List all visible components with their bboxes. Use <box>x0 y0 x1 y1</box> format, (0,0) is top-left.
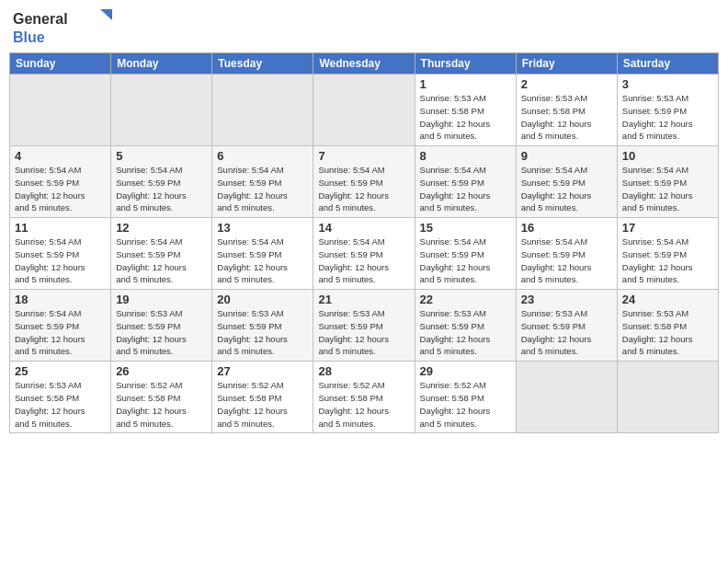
calendar-cell-day-8: 8Sunrise: 5:54 AM Sunset: 5:59 PM Daylig… <box>415 146 516 218</box>
calendar-cell-empty <box>617 362 718 433</box>
calendar-cell-day-28: 28Sunrise: 5:52 AM Sunset: 5:58 PM Dayli… <box>313 362 415 433</box>
day-number: 3 <box>622 77 713 91</box>
day-number: 16 <box>521 221 612 235</box>
day-number: 22 <box>420 293 511 306</box>
calendar-cell-day-1: 1Sunrise: 5:53 AM Sunset: 5:58 PM Daylig… <box>415 75 516 146</box>
day-number: 7 <box>318 149 409 163</box>
day-info: Sunrise: 5:52 AM Sunset: 5:58 PM Dayligh… <box>116 379 207 430</box>
day-info: Sunrise: 5:54 AM Sunset: 5:59 PM Dayligh… <box>420 236 511 286</box>
calendar-cell-empty <box>516 362 617 433</box>
calendar-cell-day-26: 26Sunrise: 5:52 AM Sunset: 5:58 PM Dayli… <box>111 362 212 433</box>
day-info: Sunrise: 5:54 AM Sunset: 5:59 PM Dayligh… <box>15 307 106 358</box>
calendar-cell-day-16: 16Sunrise: 5:54 AM Sunset: 5:59 PM Dayli… <box>516 218 617 290</box>
day-info: Sunrise: 5:54 AM Sunset: 5:59 PM Dayligh… <box>420 164 511 214</box>
day-number: 1 <box>420 77 511 91</box>
day-number: 10 <box>622 149 713 163</box>
day-number: 6 <box>217 149 308 163</box>
logo: General Blue <box>13 7 114 49</box>
day-info: Sunrise: 5:53 AM Sunset: 5:59 PM Dayligh… <box>217 307 308 358</box>
calendar-cell-day-20: 20Sunrise: 5:53 AM Sunset: 5:59 PM Dayli… <box>212 290 313 362</box>
day-info: Sunrise: 5:54 AM Sunset: 5:59 PM Dayligh… <box>217 236 308 286</box>
day-number: 5 <box>116 149 207 163</box>
calendar-cell-day-4: 4Sunrise: 5:54 AM Sunset: 5:59 PM Daylig… <box>10 146 111 218</box>
day-info: Sunrise: 5:53 AM Sunset: 5:59 PM Dayligh… <box>116 307 207 358</box>
day-number: 8 <box>420 149 511 163</box>
day-number: 18 <box>15 293 106 306</box>
weekday-header-friday: Friday <box>516 53 617 75</box>
day-info: Sunrise: 5:54 AM Sunset: 5:59 PM Dayligh… <box>116 164 207 214</box>
day-number: 24 <box>622 293 713 306</box>
weekday-header-monday: Monday <box>111 53 212 75</box>
calendar-cell-day-19: 19Sunrise: 5:53 AM Sunset: 5:59 PM Dayli… <box>111 290 212 362</box>
day-info: Sunrise: 5:54 AM Sunset: 5:59 PM Dayligh… <box>15 164 106 214</box>
calendar-cell-day-22: 22Sunrise: 5:53 AM Sunset: 5:59 PM Dayli… <box>415 290 516 362</box>
weekday-header-saturday: Saturday <box>617 53 718 75</box>
calendar-cell-empty <box>10 75 111 146</box>
day-number: 15 <box>420 221 511 235</box>
svg-marker-1 <box>100 9 112 20</box>
calendar-cell-day-27: 27Sunrise: 5:52 AM Sunset: 5:58 PM Dayli… <box>212 362 313 433</box>
day-number: 12 <box>116 221 207 235</box>
calendar-cell-day-18: 18Sunrise: 5:54 AM Sunset: 5:59 PM Dayli… <box>10 290 111 362</box>
calendar-cell-day-13: 13Sunrise: 5:54 AM Sunset: 5:59 PM Dayli… <box>212 218 313 290</box>
day-info: Sunrise: 5:53 AM Sunset: 5:59 PM Dayligh… <box>420 307 511 358</box>
calendar-cell-empty <box>111 75 212 146</box>
calendar-cell-day-12: 12Sunrise: 5:54 AM Sunset: 5:59 PM Dayli… <box>111 218 212 290</box>
calendar-cell-day-5: 5Sunrise: 5:54 AM Sunset: 5:59 PM Daylig… <box>111 146 212 218</box>
day-info: Sunrise: 5:52 AM Sunset: 5:58 PM Dayligh… <box>217 379 308 430</box>
day-number: 20 <box>217 293 308 306</box>
calendar-cell-day-15: 15Sunrise: 5:54 AM Sunset: 5:59 PM Dayli… <box>415 218 516 290</box>
calendar-row-4: 18Sunrise: 5:54 AM Sunset: 5:59 PM Dayli… <box>10 290 719 362</box>
day-info: Sunrise: 5:53 AM Sunset: 5:59 PM Dayligh… <box>521 307 612 358</box>
day-info: Sunrise: 5:54 AM Sunset: 5:59 PM Dayligh… <box>622 236 713 286</box>
calendar: SundayMondayTuesdayWednesdayThursdayFrid… <box>9 52 719 433</box>
header: General Blue <box>0 0 728 52</box>
day-number: 29 <box>420 364 511 378</box>
calendar-cell-day-10: 10Sunrise: 5:54 AM Sunset: 5:59 PM Dayli… <box>617 146 718 218</box>
day-number: 9 <box>521 149 612 163</box>
calendar-row-2: 4Sunrise: 5:54 AM Sunset: 5:59 PM Daylig… <box>10 146 719 218</box>
day-info: Sunrise: 5:53 AM Sunset: 5:59 PM Dayligh… <box>622 92 713 143</box>
day-info: Sunrise: 5:52 AM Sunset: 5:58 PM Dayligh… <box>318 379 409 430</box>
calendar-cell-empty <box>313 75 415 146</box>
day-number: 27 <box>217 364 308 378</box>
day-number: 17 <box>622 221 713 235</box>
day-info: Sunrise: 5:54 AM Sunset: 5:59 PM Dayligh… <box>521 164 612 214</box>
day-number: 11 <box>15 221 106 235</box>
calendar-cell-day-2: 2Sunrise: 5:53 AM Sunset: 5:58 PM Daylig… <box>516 75 617 146</box>
day-number: 26 <box>116 364 207 378</box>
day-info: Sunrise: 5:53 AM Sunset: 5:59 PM Dayligh… <box>318 307 409 358</box>
calendar-cell-day-7: 7Sunrise: 5:54 AM Sunset: 5:59 PM Daylig… <box>313 146 415 218</box>
day-info: Sunrise: 5:53 AM Sunset: 5:58 PM Dayligh… <box>521 92 612 143</box>
day-info: Sunrise: 5:53 AM Sunset: 5:58 PM Dayligh… <box>15 379 106 430</box>
day-info: Sunrise: 5:54 AM Sunset: 5:59 PM Dayligh… <box>521 236 612 286</box>
day-info: Sunrise: 5:53 AM Sunset: 5:58 PM Dayligh… <box>622 307 713 358</box>
weekday-header-sunday: Sunday <box>10 53 111 75</box>
calendar-row-5: 25Sunrise: 5:53 AM Sunset: 5:58 PM Dayli… <box>10 362 719 433</box>
calendar-cell-day-17: 17Sunrise: 5:54 AM Sunset: 5:59 PM Dayli… <box>617 218 718 290</box>
logo-svg: General Blue <box>13 7 114 49</box>
day-number: 25 <box>15 364 106 378</box>
day-info: Sunrise: 5:54 AM Sunset: 5:59 PM Dayligh… <box>15 236 106 286</box>
svg-text:Blue: Blue <box>13 29 45 45</box>
calendar-cell-day-6: 6Sunrise: 5:54 AM Sunset: 5:59 PM Daylig… <box>212 146 313 218</box>
calendar-cell-day-29: 29Sunrise: 5:52 AM Sunset: 5:58 PM Dayli… <box>415 362 516 433</box>
calendar-cell-day-23: 23Sunrise: 5:53 AM Sunset: 5:59 PM Dayli… <box>516 290 617 362</box>
calendar-row-3: 11Sunrise: 5:54 AM Sunset: 5:59 PM Dayli… <box>10 218 719 290</box>
calendar-cell-day-25: 25Sunrise: 5:53 AM Sunset: 5:58 PM Dayli… <box>10 362 111 433</box>
day-info: Sunrise: 5:53 AM Sunset: 5:58 PM Dayligh… <box>420 92 511 143</box>
day-number: 13 <box>217 221 308 235</box>
day-number: 2 <box>521 77 612 91</box>
day-number: 19 <box>116 293 207 306</box>
day-info: Sunrise: 5:54 AM Sunset: 5:59 PM Dayligh… <box>217 164 308 214</box>
calendar-row-1: 1Sunrise: 5:53 AM Sunset: 5:58 PM Daylig… <box>10 75 719 146</box>
calendar-cell-day-24: 24Sunrise: 5:53 AM Sunset: 5:58 PM Dayli… <box>617 290 718 362</box>
calendar-cell-day-3: 3Sunrise: 5:53 AM Sunset: 5:59 PM Daylig… <box>617 75 718 146</box>
calendar-cell-day-9: 9Sunrise: 5:54 AM Sunset: 5:59 PM Daylig… <box>516 146 617 218</box>
weekday-header-tuesday: Tuesday <box>212 53 313 75</box>
calendar-cell-day-14: 14Sunrise: 5:54 AM Sunset: 5:59 PM Dayli… <box>313 218 415 290</box>
day-number: 28 <box>318 364 409 378</box>
calendar-cell-day-21: 21Sunrise: 5:53 AM Sunset: 5:59 PM Dayli… <box>313 290 415 362</box>
weekday-header-thursday: Thursday <box>415 53 516 75</box>
weekday-header-row: SundayMondayTuesdayWednesdayThursdayFrid… <box>10 53 719 75</box>
